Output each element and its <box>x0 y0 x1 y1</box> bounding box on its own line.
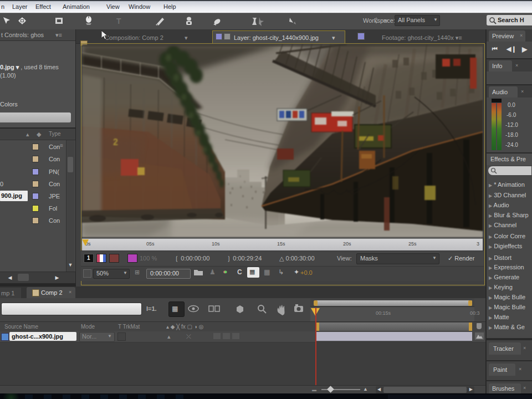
svg-text:T: T <box>116 17 121 25</box>
